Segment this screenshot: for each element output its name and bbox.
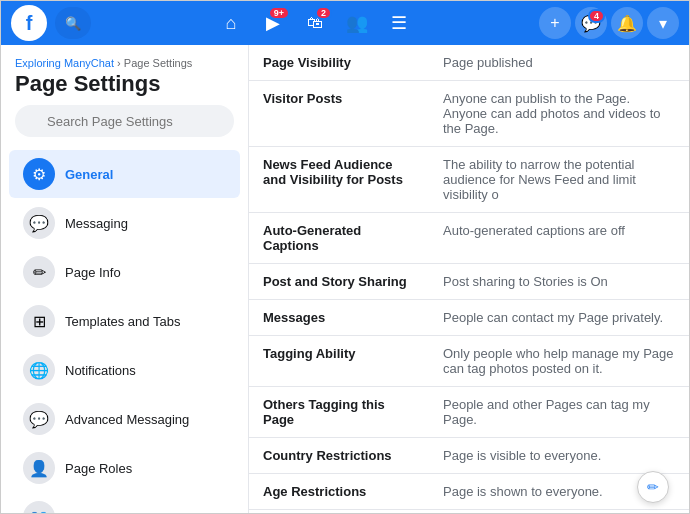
sidebar-item-notifications[interactable]: 🌐 Notifications [9,346,240,394]
page-roles-icon: 👤 [23,452,55,484]
setting-value-text: People can contact my Page privately. [443,310,663,325]
advanced-messaging-label: Advanced Messaging [65,412,189,427]
setting-value-text: Only people who help manage my Page can … [443,346,674,376]
setting-name: Country Restrictions [249,438,429,474]
edit-float-button[interactable]: ✏ [637,471,669,503]
people-other-pages-icon: 👥 [23,501,55,513]
main-content: Exploring ManyChat › Page Settings Page … [1,45,689,513]
setting-value: Anyone can publish to the Page.Anyone ca… [429,81,689,147]
top-nav: f 🔍 ⌂ ▶9+ 🛍2 👥 ☰ + 💬4 🔔 ▾ [1,1,689,45]
setting-value-text: Auto-generated captions are off [443,223,625,238]
table-row: Post and Story Sharing Post sharing to S… [249,264,689,300]
sidebar-item-page-info[interactable]: ✏ Page Info [9,248,240,296]
search-input[interactable] [15,105,234,137]
setting-value-text: Page is visible to everyone. [443,448,601,463]
page-title: Page Settings [15,71,234,97]
setting-value-text: Page is shown to everyone. [443,484,603,499]
app-container: f 🔍 ⌂ ▶9+ 🛍2 👥 ☰ + 💬4 🔔 ▾ Exploring Many… [0,0,690,514]
facebook-logo[interactable]: f [11,5,47,41]
setting-name: Post and Story Sharing [249,264,429,300]
table-row: Others Tagging this Page People and othe… [249,387,689,438]
content-panel: Page Visibility Page published Visitor P… [249,45,689,513]
sidebar-item-templates-tabs[interactable]: ⊞ Templates and Tabs [9,297,240,345]
setting-value: Post sharing to Stories is On [429,264,689,300]
setting-name: Page Moderation [249,510,429,514]
nav-search-button[interactable]: 🔍 [55,7,91,39]
messaging-icon: 💬 [23,207,55,239]
setting-value-text: People and other Pages can tag my Page. [443,397,650,427]
page-info-icon: ✏ [23,256,55,288]
nav-center-icons: ⌂ ▶9+ 🛍2 👥 ☰ [99,4,531,42]
setting-value: Only people who help manage my Page can … [429,336,689,387]
setting-value: Page published [429,45,689,81]
setting-name: Auto-Generated Captions [249,213,429,264]
setting-value: Page is visible to everyone. [429,438,689,474]
sidebar-item-advanced-messaging[interactable]: 💬 Advanced Messaging [9,395,240,443]
sidebar-item-messaging[interactable]: 💬 Messaging [9,199,240,247]
setting-value: People and other Pages can tag my Page. [429,387,689,438]
setting-name: Age Restrictions [249,474,429,510]
search-wrapper: 🔍 [15,105,234,137]
settings-table: Page Visibility Page published Visitor P… [249,45,689,513]
page-roles-label: Page Roles [65,461,132,476]
table-row: News Feed Audience and Visibility for Po… [249,147,689,213]
setting-value-text: The ability to narrow the potential audi… [443,157,636,202]
sidebar-header: Exploring ManyChat › Page Settings Page … [1,45,248,149]
setting-name: Page Visibility [249,45,429,81]
breadcrumb: Exploring ManyChat › Page Settings [15,57,234,69]
setting-value: The ability to narrow the potential audi… [429,147,689,213]
general-label: General [65,167,113,182]
notifications-button[interactable]: 🔔 [611,7,643,39]
setting-value-text: Post sharing to Stories is On [443,274,608,289]
people-icon[interactable]: 👥 [338,4,376,42]
sidebar-item-page-roles[interactable]: 👤 Page Roles [9,444,240,492]
setting-name: Others Tagging this Page [249,387,429,438]
sidebar-item-general[interactable]: ⚙ General [9,150,240,198]
templates-tabs-icon: ⊞ [23,305,55,337]
setting-name: Tagging Ability [249,336,429,387]
nav-right-actions: + 💬4 🔔 ▾ [539,7,679,39]
setting-value: No words are being blocked from the Page… [429,510,689,514]
people-other-pages-label: People and Other Pages [65,510,207,514]
video-icon[interactable]: ▶9+ [254,4,292,42]
setting-value: People can contact my Page privately. [429,300,689,336]
table-row: Auto-Generated Captions Auto-generated c… [249,213,689,264]
templates-tabs-label: Templates and Tabs [65,314,180,329]
table-row: Page Moderation No words are being block… [249,510,689,514]
plus-button[interactable]: + [539,7,571,39]
advanced-messaging-icon: 💬 [23,403,55,435]
setting-name: Visitor Posts [249,81,429,147]
table-row: Page Visibility Page published [249,45,689,81]
sidebar-item-people-other-pages[interactable]: 👥 People and Other Pages [9,493,240,513]
table-row: Messages People can contact my Page priv… [249,300,689,336]
setting-name: Messages [249,300,429,336]
sidebar: Exploring ManyChat › Page Settings Page … [1,45,249,513]
table-row: Age Restrictions Page is shown to everyo… [249,474,689,510]
setting-name: News Feed Audience and Visibility for Po… [249,147,429,213]
notifications-label: Notifications [65,363,136,378]
setting-value: Auto-generated captions are off [429,213,689,264]
table-row: Visitor Posts Anyone can publish to the … [249,81,689,147]
table-row: Tagging Ability Only people who help man… [249,336,689,387]
store-icon[interactable]: 🛍2 [296,4,334,42]
account-menu-button[interactable]: ▾ [647,7,679,39]
menu-icon[interactable]: ☰ [380,4,418,42]
sidebar-items: ⚙ General 💬 Messaging ✏ Page Info ⊞ Temp… [1,150,248,513]
setting-value-text: Anyone can publish to the Page.Anyone ca… [443,91,661,136]
messenger-button[interactable]: 💬4 [575,7,607,39]
home-icon[interactable]: ⌂ [212,4,250,42]
general-icon: ⚙ [23,158,55,190]
setting-value-text: Page published [443,55,533,70]
table-row: Country Restrictions Page is visible to … [249,438,689,474]
page-info-label: Page Info [65,265,121,280]
messaging-label: Messaging [65,216,128,231]
notifications-icon: 🌐 [23,354,55,386]
